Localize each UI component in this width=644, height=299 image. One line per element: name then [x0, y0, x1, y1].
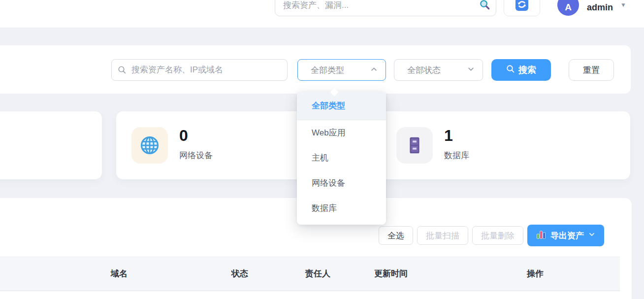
type-dropdown-menu: 全部类型 Web应用 主机 网络设备 数据库	[297, 92, 386, 225]
status-select-value: 全部状态	[407, 65, 467, 76]
dropdown-item-web-app[interactable]: Web应用	[297, 120, 386, 145]
asset-search-input[interactable]	[111, 59, 288, 81]
export-assets-button[interactable]: 导出资产	[527, 225, 604, 246]
column-header-updated-time: 更新时间	[374, 257, 408, 291]
search-icon	[118, 66, 127, 76]
user-name[interactable]: admin	[587, 0, 613, 15]
search-icon[interactable]	[479, 0, 490, 12]
global-search-input[interactable]	[275, 0, 496, 16]
column-header-actions: 操作	[527, 257, 544, 291]
select-all-button[interactable]: 全选	[379, 226, 413, 245]
user-avatar[interactable]: A	[557, 0, 579, 16]
column-header-status: 状态	[231, 257, 248, 291]
reset-button[interactable]: 重置	[569, 59, 614, 81]
export-assets-label: 导出资产	[550, 230, 584, 241]
dropdown-item-network-device[interactable]: 网络设备	[297, 170, 386, 196]
batch-scan-button[interactable]: 批量扫描	[417, 226, 468, 245]
dropdown-item-all-types[interactable]: 全部类型	[297, 92, 386, 120]
search-icon	[506, 65, 515, 76]
stat-value: 0	[179, 127, 188, 144]
type-select-value: 全部类型	[311, 65, 370, 76]
refresh-button[interactable]	[504, 0, 540, 16]
bar-chart-icon	[536, 230, 546, 242]
chevron-down-icon	[588, 231, 595, 240]
chevron-down-icon	[467, 66, 475, 75]
global-search	[275, 0, 496, 16]
stat-label: 网络设备	[179, 150, 213, 161]
stat-card-hidden	[0, 111, 102, 179]
globe-icon	[131, 127, 168, 164]
batch-delete-button[interactable]: 批量删除	[472, 226, 523, 245]
stat-card-databases: 1 数据库	[381, 111, 630, 179]
top-bar: A admin ▼	[0, 0, 644, 28]
table-header-row: 域名 状态 责任人 更新时间 操作	[0, 257, 620, 291]
type-select[interactable]: 全部类型	[297, 59, 386, 81]
dropdown-item-database[interactable]: 数据库	[297, 196, 386, 221]
dropdown-item-host[interactable]: 主机	[297, 145, 386, 170]
asset-search	[111, 59, 288, 81]
user-menu-caret-icon[interactable]: ▼	[620, 1, 626, 8]
status-select[interactable]: 全部状态	[394, 59, 483, 81]
cabinet-icon	[396, 127, 433, 164]
search-button-label: 搜索	[518, 64, 536, 76]
stat-label: 数据库	[444, 150, 469, 161]
column-header-domain: 域名	[111, 257, 128, 291]
stat-value: 1	[444, 127, 453, 144]
table-toolbar: 全选 批量扫描 批量删除 导出资产	[379, 225, 604, 246]
chevron-up-icon	[370, 66, 378, 75]
column-header-owner: 责任人	[305, 257, 330, 291]
filter-bar: 全部类型 全部状态 搜索 重置	[0, 45, 631, 94]
refresh-icon	[515, 0, 528, 13]
search-button[interactable]: 搜索	[491, 59, 551, 81]
